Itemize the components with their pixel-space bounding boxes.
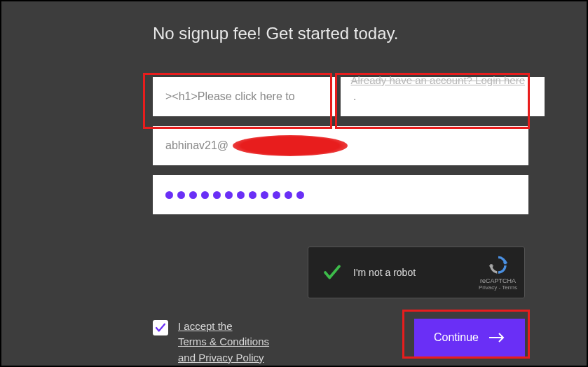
password-dots — [165, 191, 304, 199]
password-dot — [296, 191, 304, 199]
password-dot — [285, 191, 292, 199]
password-dot — [261, 191, 268, 199]
password-dot — [201, 191, 209, 199]
recaptcha-icon — [486, 255, 510, 276]
password-dot — [225, 191, 233, 199]
password-dot — [249, 191, 257, 199]
password-dot — [177, 191, 185, 199]
terms-link[interactable]: I accept the Terms & Conditions and Priv… — [178, 319, 269, 366]
first-name-input[interactable] — [153, 77, 335, 116]
password-dot — [213, 191, 221, 199]
arrow-right-icon — [488, 332, 505, 343]
email-input[interactable] — [153, 126, 528, 165]
recaptcha-badge: reCAPTCHA Privacy - Terms — [479, 255, 517, 291]
password-dot — [273, 191, 280, 199]
login-here-link[interactable]: Already have an account? Login here — [350, 74, 525, 86]
login-link-text: Already have an account? Login here — [350, 74, 525, 86]
checkmark-icon — [321, 261, 343, 284]
captcha-label: I'm not a robot — [353, 267, 479, 278]
terms-accept: I accept the Terms & Conditions and Priv… — [153, 319, 269, 366]
password-input[interactable] — [153, 175, 528, 214]
continue-button[interactable]: Continue — [414, 319, 525, 356]
page-heading: No signup fee! Get started today. — [153, 24, 545, 43]
terms-line2: Terms & Conditions — [178, 335, 269, 347]
continue-label: Continue — [434, 331, 479, 344]
terms-line1: I accept the — [178, 320, 233, 332]
password-dot — [165, 191, 173, 199]
terms-checkbox[interactable] — [153, 320, 168, 335]
recaptcha-legal: Privacy - Terms — [479, 284, 517, 291]
password-dot — [189, 191, 197, 199]
recaptcha-widget[interactable]: I'm not a robot reCAPTCHA Privacy - Term… — [308, 247, 525, 298]
terms-line3: and Privacy Policy — [178, 352, 264, 363]
password-dot — [237, 191, 245, 199]
check-icon — [154, 321, 167, 334]
signup-form — [153, 77, 545, 214]
recaptcha-badge-text: reCAPTCHA — [480, 277, 516, 284]
